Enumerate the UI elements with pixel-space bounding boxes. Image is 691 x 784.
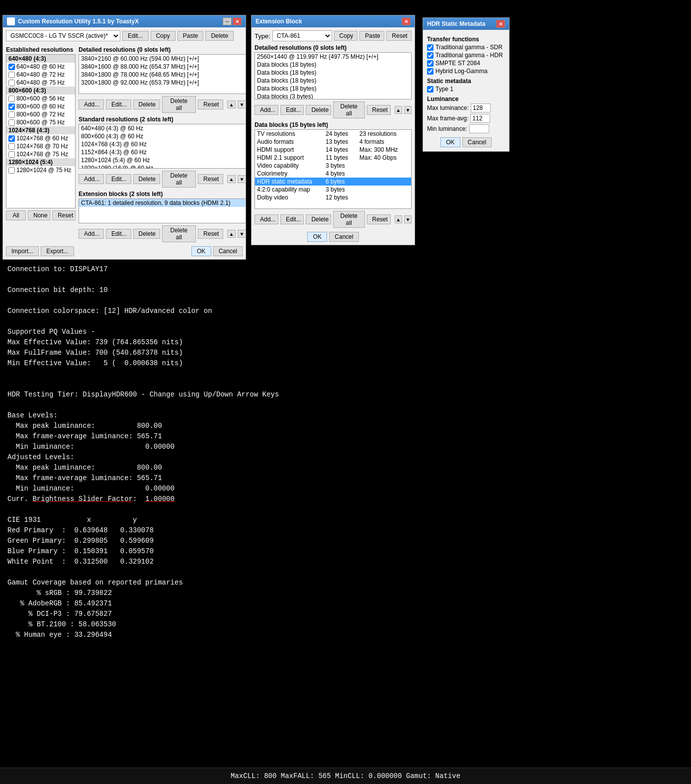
- est-item-640-72: 640×480 @ 72 Hz: [6, 71, 75, 79]
- established-listbox[interactable]: 640×480 (4:3) 640×480 @ 60 Hz 640×480 @ …: [6, 54, 76, 208]
- term-line-26: Red Primary : 0.639648 0.330078: [7, 525, 684, 536]
- ext-window-controls: ✕: [402, 17, 411, 25]
- term-line-24: [7, 504, 684, 515]
- hdr-cb-hlg-check[interactable]: [427, 68, 433, 75]
- established-section: Established resolutions 640×480 (4:3) 64…: [6, 44, 76, 242]
- hdr-cb-hlg: Hybrid Log-Gamma: [427, 68, 505, 75]
- ext-det-up-btn[interactable]: ▲: [395, 106, 402, 114]
- ext-up-btn[interactable]: ▲: [227, 230, 236, 238]
- ext-det-add-btn[interactable]: Add...: [255, 105, 278, 115]
- standard-listbox[interactable]: 640×480 (4:3) @ 60 Hz 800×600 (4:3) @ 60…: [79, 124, 246, 169]
- hdr-close-btn[interactable]: ✕: [496, 20, 505, 28]
- ext-db-reset-btn[interactable]: Reset: [367, 214, 391, 224]
- ext-delete-btn[interactable]: Delete: [133, 229, 160, 239]
- ext-paste-btn[interactable]: Paste: [359, 31, 384, 41]
- detailed-listbox[interactable]: 3840×2160 @ 60.000 Hz (594.00 MHz) [+/+]…: [79, 54, 246, 94]
- ext-type-select[interactable]: CTA-861: [272, 30, 332, 41]
- ext-title: Extension Block: [256, 18, 402, 25]
- term-line-10: Min Effective Value: 5 ( 0.000638 nits): [7, 358, 684, 369]
- ext-detailed-listbox[interactable]: 2560×1440 @ 119.997 Hz (497.75 MHz) [+/+…: [255, 52, 412, 99]
- ext-cancel-btn[interactable]: Cancel: [329, 232, 358, 242]
- est-none-btn[interactable]: None: [28, 210, 50, 220]
- std-add-btn[interactable]: Add...: [79, 174, 104, 184]
- ext-db-down-btn[interactable]: ▼: [404, 215, 412, 223]
- std-reset-btn[interactable]: Reset: [198, 174, 223, 184]
- ext-down-btn[interactable]: ▼: [238, 230, 246, 238]
- cru-delete-btn[interactable]: Delete: [205, 31, 234, 41]
- std-item-5: 1920×1080 (16:9) @ 60 Hz: [79, 164, 246, 169]
- cru-edit-btn[interactable]: Edit...: [122, 31, 149, 41]
- est-action-row: All None Reset: [6, 210, 76, 220]
- ext-det-0: 2560×1440 @ 119.997 Hz (497.75 MHz) [+/+…: [255, 53, 411, 61]
- det-add-btn[interactable]: Add...: [79, 99, 104, 109]
- est-reset-btn[interactable]: Reset: [52, 210, 76, 220]
- term-line-34: % DCI-P3 : 79.675827: [7, 609, 684, 619]
- cru-window: Custom Resolution Utility 1.5.1 by Toast…: [2, 15, 246, 260]
- ext-reset-btn[interactable]: Reset: [198, 229, 223, 239]
- ext-edit-btn[interactable]: Edit...: [106, 229, 131, 239]
- est-item-1024-75: 1024×768 @ 75 Hz: [6, 150, 75, 158]
- hdr-max-avg-row: Max frame-avg:: [427, 114, 505, 123]
- term-line-14: [7, 400, 684, 410]
- ext-reset-btn[interactable]: Reset: [386, 31, 412, 41]
- cru-paste-btn[interactable]: Paste: [177, 31, 204, 41]
- hdr-cancel-btn[interactable]: Cancel: [462, 137, 492, 147]
- term-line-20: Max peak luminance: 800.00: [7, 463, 684, 473]
- ext-db-add-btn[interactable]: Add...: [255, 214, 278, 224]
- ext-det-delete-all-btn[interactable]: Delete all: [333, 101, 364, 118]
- hdr-max-lum-input[interactable]: [471, 103, 491, 112]
- est-header-1024: 1024×768 (4:3): [6, 126, 75, 134]
- hdr-tf-label: Transfer functions: [427, 36, 505, 43]
- std-delete-all-btn[interactable]: Delete all: [162, 171, 196, 188]
- ext-db-up-btn[interactable]: ▲: [395, 215, 402, 223]
- det-delete-all-btn[interactable]: Delete all: [162, 96, 196, 113]
- std-down-btn[interactable]: ▼: [238, 175, 246, 183]
- ext-data-listbox[interactable]: TV resolutions24 bytes23 resolutions Aud…: [255, 129, 412, 209]
- term-line-8: Max Effective Value: 739 (764.865356 nit…: [7, 337, 684, 348]
- ext-db-edit-btn[interactable]: Edit...: [280, 214, 304, 224]
- ext-close-btn[interactable]: ✕: [402, 17, 411, 25]
- ext-det-edit-btn[interactable]: Edit...: [280, 105, 304, 115]
- cru-toolbar: GSMCC0C8 - LG TV SSCR (active)* Edit... …: [6, 30, 243, 41]
- hdr-ok-btn[interactable]: OK: [440, 137, 460, 147]
- det-reset-btn[interactable]: Reset: [198, 99, 223, 109]
- ext-det-down-btn[interactable]: ▼: [404, 106, 412, 114]
- hdr-max-avg-input[interactable]: [470, 114, 490, 123]
- hdr-cb-hdr-label: Traditional gamma - HDR: [435, 52, 503, 59]
- term-line-30: [7, 567, 684, 578]
- ext-ok-btn[interactable]: OK: [307, 232, 327, 242]
- ext-det-3: Data blocks (18 bytes): [255, 77, 411, 85]
- hdr-cb-type1-check[interactable]: [427, 86, 433, 93]
- ext-db-delete-all-btn[interactable]: Delete all: [333, 211, 364, 228]
- extension-listbox[interactable]: CTA-861: 1 detailed resolution, 9 data b…: [79, 198, 246, 223]
- hdr-cb-smpte-check[interactable]: [427, 60, 433, 67]
- ext-det-reset-btn[interactable]: Reset: [367, 105, 391, 115]
- ext-db-delete-btn[interactable]: Delete: [306, 214, 331, 224]
- det-item-3: 3200×1800 @ 92.000 Hz (653.79 MHz) [+/+]: [79, 79, 246, 87]
- est-all-btn[interactable]: All: [6, 210, 26, 220]
- term-line-22: Min luminance: 0.00000: [7, 484, 684, 494]
- hdr-controls: ✕: [496, 20, 505, 28]
- cru-display-select[interactable]: GSMCC0C8 - LG TV SSCR (active)*: [6, 30, 120, 41]
- std-delete-btn[interactable]: Delete: [133, 174, 160, 184]
- det-down-btn[interactable]: ▼: [238, 100, 246, 108]
- cru-close-btn[interactable]: ✕: [233, 17, 242, 25]
- ext-copy-btn[interactable]: Copy: [334, 31, 358, 41]
- det-edit-btn[interactable]: Edit...: [106, 99, 131, 109]
- hdr-min-lum-input[interactable]: [469, 124, 489, 133]
- hdr-cb-hdr-check[interactable]: [427, 52, 433, 59]
- cru-minimize-btn[interactable]: ─: [223, 17, 232, 25]
- term-line-2: [7, 275, 684, 285]
- std-up-btn[interactable]: ▲: [227, 175, 236, 183]
- hdr-cb-sdr-label: Traditional gamma - SDR: [435, 44, 503, 51]
- cru-copy-btn[interactable]: Copy: [151, 31, 175, 41]
- ext-add-btn[interactable]: Add...: [79, 229, 104, 239]
- ext-delete-all-btn[interactable]: Delete all: [162, 225, 196, 242]
- det-delete-btn[interactable]: Delete: [133, 99, 160, 109]
- ext-type-row: Type: CTA-861 Copy Paste Reset: [255, 30, 412, 41]
- hdr-cb-sdr-check[interactable]: [427, 44, 433, 51]
- status-text: MaxCLL: 800 MaxFALL: 565 MinCLL: 0.00000…: [231, 772, 460, 780]
- std-edit-btn[interactable]: Edit...: [106, 174, 131, 184]
- ext-det-delete-btn[interactable]: Delete: [306, 105, 331, 115]
- det-up-btn[interactable]: ▲: [227, 100, 236, 108]
